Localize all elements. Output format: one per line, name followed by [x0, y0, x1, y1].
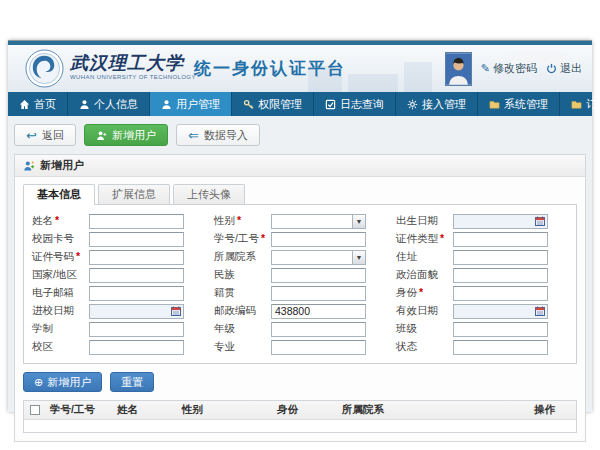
form-field: 性别*▼ — [214, 213, 386, 229]
form-field: 出生日期 — [396, 213, 568, 229]
tab-3[interactable]: 上传头像 — [173, 184, 245, 204]
select-field[interactable]: ▼ — [271, 214, 366, 229]
select-all-checkbox[interactable] — [30, 405, 40, 415]
building-watermark — [348, 74, 398, 92]
text-input[interactable] — [271, 268, 366, 283]
form-grid: 姓名*校园卡号证件号码*国家/地区电子邮箱进校日期学制校区性别*▼学号/工号*所… — [32, 213, 568, 355]
form-field: 学号/工号* — [214, 231, 386, 247]
text-input[interactable] — [89, 232, 184, 247]
form-field: 校园卡号 — [32, 231, 204, 247]
date-field[interactable] — [453, 304, 548, 319]
panel-header: 新增用户 — [15, 155, 585, 177]
text-input[interactable] — [89, 340, 184, 355]
tab-1[interactable]: 基本信息 — [23, 184, 95, 205]
tab-bar: 基本信息扩展信息上传头像 — [23, 184, 577, 204]
field-label: 性别* — [214, 214, 271, 228]
calendar-icon[interactable] — [533, 306, 546, 317]
nav-item-7[interactable]: 系统管理 — [478, 92, 560, 116]
nav-item-6[interactable]: 接入管理 — [396, 92, 478, 116]
user-plus-icon — [96, 130, 107, 141]
field-label: 籍贯 — [214, 286, 271, 300]
logout-link[interactable]: 退出 — [546, 61, 582, 76]
table-header-cell: 所属院系 — [338, 403, 530, 417]
form-field: 所属院系▼ — [214, 249, 386, 265]
text-input[interactable] — [271, 232, 366, 247]
required-asterisk: * — [76, 250, 80, 262]
nav-item-3[interactable]: 用户管理 — [150, 92, 232, 116]
calendar-icon[interactable] — [169, 306, 182, 317]
table-header-cell: 性别 — [178, 403, 273, 417]
content: ↩ 返回 新增用户 ⇐ 数据导入 — [8, 116, 592, 442]
date-field[interactable] — [453, 214, 548, 229]
field-label: 校区 — [32, 340, 89, 354]
text-input[interactable] — [89, 250, 184, 265]
field-label: 专业 — [214, 340, 271, 354]
text-input[interactable] — [271, 286, 366, 301]
toolbar: ↩ 返回 新增用户 ⇐ 数据导入 — [14, 124, 586, 146]
date-field[interactable] — [89, 304, 184, 319]
required-asterisk: * — [419, 286, 423, 298]
form-field: 有效日期 — [396, 303, 568, 319]
field-label: 证件号码* — [32, 250, 89, 264]
app-window: 武汉理工大学 WUHAN UNIVERSITY OF TECHNOLOGY 统一… — [8, 40, 592, 412]
text-input[interactable] — [453, 322, 548, 337]
form-field: 身份* — [396, 285, 568, 301]
text-input[interactable] — [89, 322, 184, 337]
text-input[interactable] — [89, 286, 184, 301]
back-button[interactable]: ↩ 返回 — [14, 124, 76, 146]
person-icon — [79, 99, 90, 110]
text-input[interactable] — [453, 340, 548, 355]
folder-icon — [489, 99, 500, 110]
field-label: 出生日期 — [396, 214, 453, 228]
field-label: 进校日期 — [32, 304, 89, 318]
form-field: 年级 — [214, 321, 386, 337]
text-input[interactable] — [271, 340, 366, 355]
nav-item-8[interactable]: 订阅管理 — [560, 92, 600, 116]
text-input[interactable] — [271, 304, 366, 319]
nav-item-label: 订阅管理 — [586, 97, 600, 112]
text-input[interactable] — [453, 286, 548, 301]
nav-item-label: 个人信息 — [94, 97, 138, 112]
tab-2[interactable]: 扩展信息 — [98, 184, 170, 204]
required-asterisk: * — [261, 232, 265, 244]
university-logo-icon — [25, 49, 64, 88]
nav-item-4[interactable]: 权限管理 — [232, 92, 314, 116]
user-table: 学号/工号姓名性别身份所属院系操作 — [23, 400, 577, 433]
field-label: 身份* — [396, 286, 453, 300]
user-icon — [161, 99, 172, 110]
text-input[interactable] — [453, 232, 548, 247]
field-label: 国家/地区 — [32, 268, 89, 282]
reset-button[interactable]: 重置 — [110, 372, 154, 392]
nav-item-label: 系统管理 — [504, 97, 548, 112]
chevron-down-icon: ▼ — [352, 215, 365, 228]
form-field: 住址 — [396, 249, 568, 265]
form-field: 状态 — [396, 339, 568, 355]
text-input[interactable] — [453, 268, 548, 283]
select-field[interactable]: ▼ — [271, 250, 366, 265]
text-input[interactable] — [89, 214, 184, 229]
logout-label: 退出 — [560, 61, 582, 76]
form-field: 学制 — [32, 321, 204, 337]
calendar-icon[interactable] — [533, 216, 546, 227]
submit-label: 新增用户 — [47, 375, 91, 390]
field-label: 有效日期 — [396, 304, 453, 318]
data-import-button[interactable]: ⇐ 数据导入 — [176, 124, 260, 146]
form-actions: ⊕ 新增用户 重置 — [23, 372, 577, 392]
change-password-link[interactable]: ✎ 修改密码 — [481, 61, 537, 76]
folder-icon — [571, 99, 582, 110]
nav-item-1[interactable]: 首页 — [8, 92, 68, 116]
avatar[interactable] — [445, 52, 472, 86]
required-asterisk: * — [55, 214, 59, 226]
text-input[interactable] — [271, 322, 366, 337]
text-input[interactable] — [453, 250, 548, 265]
table-empty-row — [24, 420, 576, 432]
field-label: 民族 — [214, 268, 271, 282]
field-label: 政治面貌 — [396, 268, 453, 282]
submit-add-user-button[interactable]: ⊕ 新增用户 — [23, 372, 102, 392]
form-field: 籍贯 — [214, 285, 386, 301]
nav-item-2[interactable]: 个人信息 — [68, 92, 150, 116]
nav-item-5[interactable]: 日志查询 — [314, 92, 396, 116]
text-input[interactable] — [89, 268, 184, 283]
add-user-toolbar-button[interactable]: 新增用户 — [84, 124, 168, 146]
field-label: 电子邮箱 — [32, 286, 89, 300]
